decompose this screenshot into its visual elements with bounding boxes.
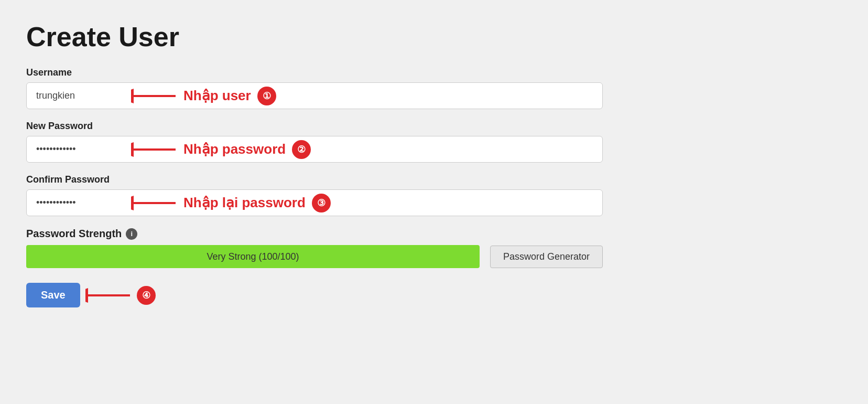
password-generator-button[interactable]: Password Generator — [490, 246, 603, 268]
username-group: Username Nhập user ① — [26, 67, 603, 109]
new-password-label: New Password — [26, 121, 603, 132]
strength-label: Password Strength — [26, 228, 122, 240]
strength-bar-text: Very Strong (100/100) — [207, 251, 299, 262]
username-input[interactable] — [26, 82, 603, 109]
username-label: Username — [26, 67, 603, 78]
strength-label-row: Password Strength i — [26, 228, 603, 240]
username-input-wrapper: Nhập user ① — [26, 82, 603, 109]
save-button[interactable]: Save — [26, 283, 80, 307]
strength-bar-row: Very Strong (100/100) Password Generator — [26, 245, 603, 268]
page-title: Create User — [26, 21, 842, 52]
password-strength-section: Password Strength i Very Strong (100/100… — [26, 228, 603, 268]
new-password-input[interactable] — [26, 136, 603, 163]
confirm-password-group: Confirm Password Nhập lại password ③ — [26, 174, 603, 216]
save-annotation: ④ — [85, 286, 156, 305]
new-password-input-wrapper: Nhập password ② — [26, 136, 603, 163]
arrow-icon — [85, 286, 133, 305]
username-row: Nhập user ① — [26, 82, 603, 109]
strength-bar: Very Strong (100/100) — [26, 245, 480, 268]
new-password-group: New Password Nhập password ② — [26, 121, 603, 163]
confirm-password-input[interactable] — [26, 189, 603, 216]
confirm-password-input-wrapper: Nhập lại password ③ — [26, 189, 603, 216]
confirm-password-label: Confirm Password — [26, 174, 603, 185]
info-icon[interactable]: i — [126, 228, 137, 240]
save-row: Save ④ — [26, 283, 842, 307]
save-annotation-badge: ④ — [137, 286, 156, 305]
new-password-row: Nhập password ② — [26, 136, 603, 163]
confirm-password-row: Nhập lại password ③ — [26, 189, 603, 216]
